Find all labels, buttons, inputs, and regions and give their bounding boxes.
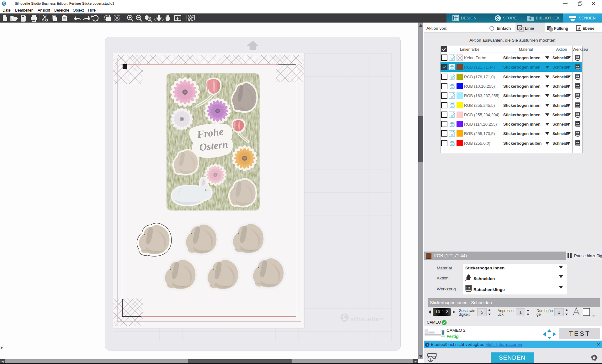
svg-text:1: 1 [429,357,431,361]
